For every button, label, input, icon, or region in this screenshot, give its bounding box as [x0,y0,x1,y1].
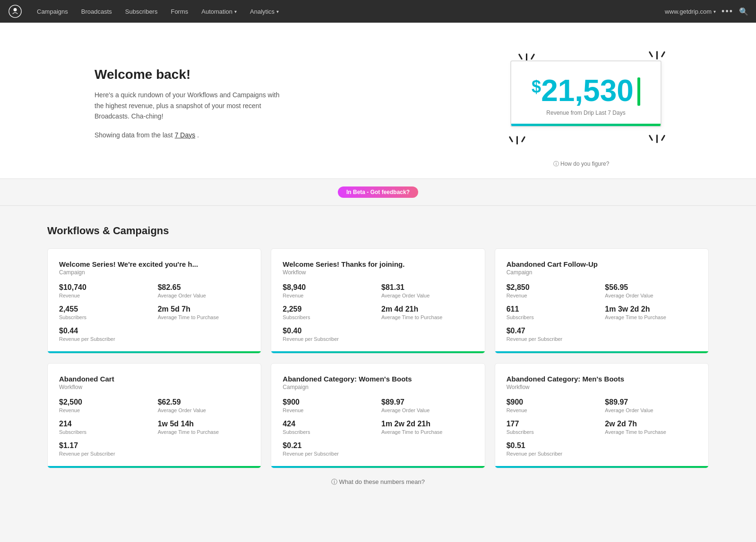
metric-atp: 1m 2w 2d 21h Average Time to Purchase [381,420,473,435]
automation-chevron: ▾ [234,9,237,14]
revenue-bar-indicator [637,77,640,106]
workflow-card[interactable]: Abandoned Category: Women's Boots Campai… [271,363,485,468]
workflow-card[interactable]: Abandoned Cart Follow-Up Campaign $2,850… [495,248,709,354]
starburst-top-right [650,51,664,60]
card-title: Abandoned Cart [59,375,249,383]
revenue-card: $ 21,530 Revenue from Drip Last 7 Days [510,60,662,127]
how-do-you-figure-link[interactable]: ⓘ How do you figure? [501,160,662,168]
beta-banner: In Beta - Got feedback? [0,178,756,206]
days-filter-link[interactable]: 7 Days [175,131,196,139]
numbers-meaning-link[interactable]: ⓘ What do these numbers mean? [47,468,709,496]
workflows-section-title: Workflows & Campaigns [47,225,709,237]
metric-subscribers: 177 Subscribers [507,420,599,435]
domain-selector[interactable]: www.getdrip.com ▾ [665,8,716,15]
metric-subscribers: 611 Subscribers [507,305,599,320]
analytics-chevron: ▾ [276,9,279,14]
workflow-card[interactable]: Abandoned Cart Workflow $2,500 Revenue $… [47,363,261,468]
svg-point-1 [14,8,17,11]
metric-rps: $0.44 Revenue per Subscriber [59,327,249,342]
hero-description: Here's a quick rundown of your Workflows… [94,90,284,121]
card-type: Workflow [507,384,697,390]
nav-forms[interactable]: Forms [164,0,195,23]
domain-chevron: ▾ [713,9,716,14]
card-type: Workflow [59,384,249,390]
card-metrics: $900 Revenue $89.97 Average Order Value … [507,398,697,457]
workflows-section: Workflows & Campaigns Welcome Series! We… [0,206,756,524]
beta-feedback-button[interactable]: In Beta - Got feedback? [338,186,418,198]
metric-aov: $56.95 Average Order Value [605,283,697,298]
revenue-dollar-sign: $ [532,78,541,95]
card-title: Abandoned Cart Follow-Up [507,260,697,268]
metric-aov: $89.97 Average Order Value [605,398,697,413]
card-title: Abandoned Category: Women's Boots [283,375,473,383]
metric-aov: $89.97 Average Order Value [381,398,473,413]
metric-revenue: $8,940 Revenue [283,283,375,298]
card-title: Abandoned Category: Men's Boots [507,375,697,383]
nav-links: Campaigns Broadcasts Subscribers Forms A… [30,0,665,23]
metric-aov: $82.65 Average Order Value [158,283,250,298]
metric-aov: $81.31 Average Order Value [381,283,473,298]
revenue-amount: $ 21,530 [523,76,649,106]
revenue-card-wrapper: $ 21,530 Revenue from Drip Last 7 Days ⓘ… [501,51,662,155]
hero-section: Welcome back! Here's a quick rundown of … [0,23,756,178]
navbar-right: www.getdrip.com ▾ ••• 🔍 [665,7,748,17]
card-title: Welcome Series! We're excited you're h..… [59,260,249,268]
metric-atp: 1m 3w 2d 2h Average Time to Purchase [605,305,697,320]
search-button[interactable]: 🔍 [739,7,748,16]
card-type: Campaign [283,384,473,390]
metric-revenue: $900 Revenue [283,398,375,413]
revenue-bottom-bar [511,124,661,126]
workflows-grid: Welcome Series! We're excited you're h..… [47,248,709,468]
metric-subscribers: 214 Subscribers [59,420,151,435]
metric-revenue: $2,850 Revenue [507,283,599,298]
logo[interactable] [8,4,23,19]
metric-atp: 2m 5d 7h Average Time to Purchase [158,305,250,320]
hero-title: Welcome back! [94,67,284,82]
card-metrics: $900 Revenue $89.97 Average Order Value … [283,398,473,457]
card-metrics: $2,500 Revenue $62.59 Average Order Valu… [59,398,249,457]
metric-atp: 2w 2d 7h Average Time to Purchase [605,420,697,435]
card-title: Welcome Series! Thanks for joining. [283,260,473,268]
hero-text: Welcome back! Here's a quick rundown of … [94,67,284,138]
metric-aov: $62.59 Average Order Value [158,398,250,413]
workflow-card[interactable]: Welcome Series! Thanks for joining. Work… [271,248,485,354]
card-metrics: $2,850 Revenue $56.95 Average Order Valu… [507,283,697,342]
nav-broadcasts[interactable]: Broadcasts [75,0,119,23]
card-type: Campaign [507,269,697,276]
nav-analytics[interactable]: Analytics ▾ [243,0,285,23]
workflow-card[interactable]: Welcome Series! We're excited you're h..… [47,248,261,354]
metric-rps: $0.47 Revenue per Subscriber [507,327,697,342]
navbar: Campaigns Broadcasts Subscribers Forms A… [0,0,756,23]
card-metrics: $10,740 Revenue $82.65 Average Order Val… [59,283,249,342]
card-type: Workflow [283,269,473,276]
revenue-number: 21,530 [541,76,634,106]
metric-revenue: $10,740 Revenue [59,283,151,298]
metric-rps: $0.40 Revenue per Subscriber [283,327,473,342]
metric-revenue: $900 Revenue [507,398,599,413]
metric-rps: $0.21 Revenue per Subscriber [283,441,473,457]
metric-subscribers: 2,259 Subscribers [283,305,375,320]
nav-campaigns[interactable]: Campaigns [30,0,75,23]
more-options-button[interactable]: ••• [722,7,733,17]
card-type: Campaign [59,269,249,276]
nav-automation[interactable]: Automation ▾ [195,0,243,23]
revenue-label: Revenue from Drip Last 7 Days [523,110,649,116]
starburst-bottom-left [510,136,524,144]
metric-revenue: $2,500 Revenue [59,398,151,413]
workflow-card[interactable]: Abandoned Category: Men's Boots Workflow… [495,363,709,468]
card-metrics: $8,940 Revenue $81.31 Average Order Valu… [283,283,473,342]
metric-rps: $1.17 Revenue per Subscriber [59,441,249,457]
nav-subscribers[interactable]: Subscribers [119,0,164,23]
metric-subscribers: 2,455 Subscribers [59,305,151,320]
metric-rps: $0.51 Revenue per Subscriber [507,441,697,457]
hero-showing: Showing data from the last 7 Days . [94,131,284,139]
metric-atp: 2m 4d 21h Average Time to Purchase [381,305,473,320]
metric-atp: 1w 5d 14h Average Time to Purchase [158,420,250,435]
metric-subscribers: 424 Subscribers [283,420,375,435]
starburst-bottom-right [650,135,664,143]
